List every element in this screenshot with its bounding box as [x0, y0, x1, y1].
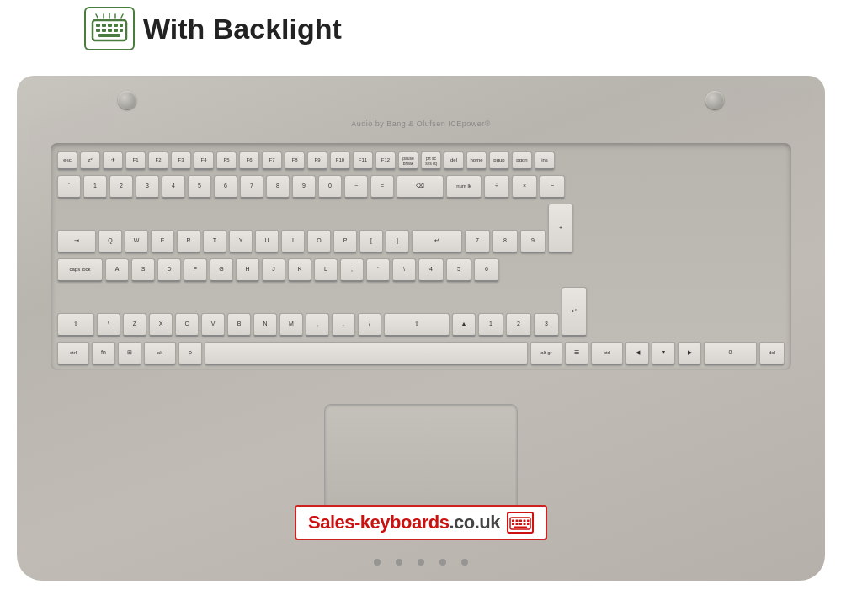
key-rbracket[interactable]: ] [386, 230, 409, 253]
key-g[interactable]: G [210, 258, 233, 282]
key-num0[interactable]: 0 [704, 342, 757, 365]
key-d[interactable]: D [157, 258, 181, 282]
key-num7[interactable]: 7 [465, 230, 490, 253]
key-c[interactable]: C [175, 313, 199, 337]
key-comma[interactable]: , [306, 313, 329, 337]
key-num-mul[interactable]: × [512, 175, 537, 199]
key-r[interactable]: R [177, 230, 200, 253]
key-enter[interactable]: ↵ [412, 230, 462, 253]
key-o[interactable]: O [307, 230, 331, 253]
key-num-del[interactable]: del [759, 342, 785, 365]
key-8[interactable]: 8 [266, 175, 290, 199]
key-fn[interactable]: fn [92, 342, 115, 365]
key-x[interactable]: X [149, 313, 173, 337]
key-f8[interactable]: F8 [285, 151, 305, 170]
key-f1[interactable]: F1 [125, 151, 146, 170]
key-win[interactable]: ⊞ [118, 342, 141, 365]
key-4[interactable]: 4 [162, 175, 185, 199]
key-numlk[interactable]: num lk [446, 175, 482, 199]
key-f11[interactable]: F11 [353, 151, 373, 170]
key-i[interactable]: I [281, 230, 305, 253]
key-n[interactable]: N [253, 313, 277, 337]
key-f10[interactable]: F10 [330, 151, 350, 170]
key-f3[interactable]: F3 [171, 151, 191, 170]
key-num6[interactable]: 6 [474, 258, 499, 282]
key-u[interactable]: U [255, 230, 279, 253]
key-0[interactable]: 0 [318, 175, 342, 199]
key-1[interactable]: 1 [83, 175, 107, 199]
key-e[interactable]: E [151, 230, 174, 253]
key-l[interactable]: L [314, 258, 338, 282]
key-num3[interactable]: 3 [534, 313, 559, 337]
key-f5[interactable]: F5 [216, 151, 237, 170]
key-airplane[interactable]: ✈ [103, 151, 123, 170]
key-altgr[interactable]: alt gr [530, 342, 562, 365]
key-j[interactable]: J [262, 258, 285, 282]
key-f9[interactable]: F9 [307, 151, 327, 170]
key-num-div[interactable]: ÷ [484, 175, 509, 199]
key-y[interactable]: Y [229, 230, 253, 253]
key-lbracket[interactable]: [ [359, 230, 383, 253]
touchpad[interactable] [324, 404, 518, 513]
key-rho[interactable]: ρ [178, 342, 202, 365]
key-f[interactable]: F [184, 258, 207, 282]
key-ins[interactable]: ins [535, 151, 555, 170]
key-t[interactable]: T [203, 230, 226, 253]
key-q[interactable]: Q [98, 230, 122, 253]
key-period[interactable]: . [332, 313, 355, 337]
key-9[interactable]: 9 [292, 175, 316, 199]
key-backslash[interactable]: \ [392, 258, 416, 282]
key-backtick[interactable]: ` [57, 175, 81, 199]
key-delete[interactable]: del [444, 151, 464, 170]
key-6[interactable]: 6 [214, 175, 237, 199]
key-num-sub[interactable]: − [540, 175, 565, 199]
key-esc[interactable]: esc [57, 151, 77, 170]
key-k[interactable]: K [288, 258, 311, 282]
key-num1[interactable]: 1 [478, 313, 503, 337]
key-b[interactable]: B [227, 313, 251, 337]
key-num9[interactable]: 9 [520, 230, 546, 253]
key-p[interactable]: P [333, 230, 357, 253]
key-equals[interactable]: = [370, 175, 394, 199]
key-shift-left[interactable]: ⇧ [57, 313, 94, 337]
key-num5[interactable]: 5 [446, 258, 471, 282]
key-tab[interactable]: ⇥ [57, 230, 96, 253]
key-f2[interactable]: F2 [148, 151, 168, 170]
key-z[interactable]: Z [123, 313, 146, 337]
key-alt-left[interactable]: alt [144, 342, 176, 365]
key-num8[interactable]: 8 [492, 230, 518, 253]
key-space[interactable] [205, 342, 528, 365]
key-shift-right[interactable]: ⇧ [384, 313, 450, 337]
key-prtsc[interactable]: prt scsys rq [421, 151, 441, 170]
key-7[interactable]: 7 [240, 175, 263, 199]
key-5[interactable]: 5 [188, 175, 211, 199]
key-menu[interactable]: ☰ [565, 342, 588, 365]
key-v[interactable]: V [201, 313, 225, 337]
key-h[interactable]: H [236, 258, 259, 282]
key-num2[interactable]: 2 [506, 313, 531, 337]
key-2[interactable]: 2 [109, 175, 133, 199]
key-num-enter[interactable]: ↵ [562, 287, 587, 337]
key-up[interactable]: ▲ [452, 313, 476, 337]
key-f6[interactable]: F6 [239, 151, 259, 170]
key-s[interactable]: S [131, 258, 155, 282]
key-quote[interactable]: ' [366, 258, 390, 282]
key-num-add[interactable]: + [548, 204, 573, 253]
key-z2[interactable]: z² [80, 151, 100, 170]
key-down[interactable]: ▼ [652, 342, 675, 365]
key-3[interactable]: 3 [136, 175, 159, 199]
key-right[interactable]: ▶ [678, 342, 701, 365]
key-backspace[interactable]: ⌫ [397, 175, 444, 199]
key-slash[interactable]: / [358, 313, 381, 337]
key-left[interactable]: ◀ [625, 342, 649, 365]
key-num4[interactable]: 4 [418, 258, 444, 282]
key-w[interactable]: W [125, 230, 148, 253]
key-f4[interactable]: F4 [194, 151, 214, 170]
key-a[interactable]: A [105, 258, 129, 282]
key-intl[interactable]: \ [97, 313, 120, 337]
key-m[interactable]: M [279, 313, 303, 337]
key-ctrl-right[interactable]: ctrl [591, 342, 623, 365]
key-pause[interactable]: pausebreak [398, 151, 418, 170]
key-pgup[interactable]: pgup [489, 151, 509, 170]
key-semicolon[interactable]: ; [340, 258, 364, 282]
